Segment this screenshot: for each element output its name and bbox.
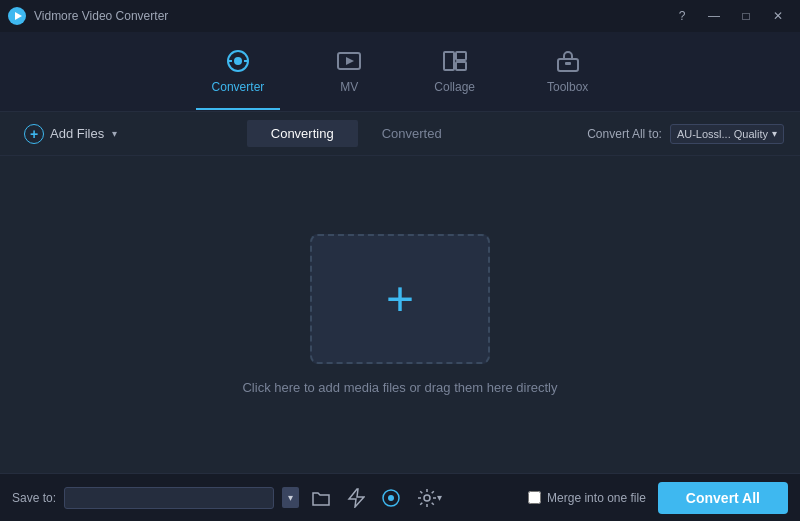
nav-tab-converter[interactable]: Converter — [196, 42, 281, 102]
sub-tab-converted[interactable]: Converted — [358, 120, 466, 147]
open-folder-button[interactable] — [307, 485, 335, 511]
add-files-button[interactable]: + Add Files ▾ — [16, 120, 125, 148]
svg-rect-11 — [565, 62, 571, 65]
bottom-right: Merge into one file Convert All — [528, 482, 788, 514]
path-dropdown-button[interactable]: ▾ — [282, 487, 299, 508]
save-to-label: Save to: — [12, 491, 56, 505]
save-path-input[interactable] — [64, 487, 274, 509]
toolbox-icon — [555, 50, 581, 76]
nav-tab-collage-label: Collage — [434, 80, 475, 94]
merge-label[interactable]: Merge into one file — [547, 491, 646, 505]
plus-icon: + — [386, 275, 414, 323]
title-bar: Vidmore Video Converter ? — □ ✕ — [0, 0, 800, 32]
format-select-button[interactable]: AU-Lossl... Quality ▾ — [670, 124, 784, 144]
drop-zone[interactable]: + — [310, 234, 490, 364]
title-bar-left: Vidmore Video Converter — [8, 7, 168, 25]
format-dropdown-arrow: ▾ — [772, 128, 777, 139]
format-value: AU-Lossl... Quality — [677, 128, 768, 140]
app-icon — [8, 7, 26, 25]
nav-tab-toolbox-label: Toolbox — [547, 80, 588, 94]
svg-point-3 — [234, 57, 242, 65]
mv-icon — [336, 50, 362, 76]
fast-convert-button[interactable] — [343, 484, 369, 512]
nav-tab-toolbox[interactable]: Toolbox — [531, 42, 604, 102]
maximize-button[interactable]: □ — [732, 6, 760, 26]
convert-all-to-label: Convert All to: — [587, 127, 662, 141]
convert-all-button[interactable]: Convert All — [658, 482, 788, 514]
merge-checkbox[interactable] — [528, 491, 541, 504]
minimize-button[interactable]: — — [700, 6, 728, 26]
collage-icon — [442, 50, 468, 76]
svg-rect-9 — [456, 62, 466, 70]
svg-point-13 — [388, 495, 394, 501]
converter-icon — [225, 50, 251, 76]
main-content: + Click here to add media files or drag … — [0, 156, 800, 473]
gpu-settings-button[interactable] — [377, 484, 405, 512]
nav-tab-mv-label: MV — [340, 80, 358, 94]
toolbar-right: Convert All to: AU-Lossl... Quality ▾ — [587, 124, 784, 144]
toolbar: + Add Files ▾ Converting Converted Conve… — [0, 112, 800, 156]
merge-checkbox-group: Merge into one file — [528, 491, 646, 505]
svg-rect-7 — [444, 52, 454, 70]
close-button[interactable]: ✕ — [764, 6, 792, 26]
title-text: Vidmore Video Converter — [34, 9, 168, 23]
bottom-bar: Save to: ▾ ▾ Merge into one file Conve — [0, 473, 800, 521]
title-bar-controls: ? — □ ✕ — [668, 6, 792, 26]
add-files-label: Add Files — [50, 126, 104, 141]
add-files-dropdown-arrow[interactable]: ▾ — [112, 128, 117, 139]
settings-button[interactable]: ▾ — [413, 484, 446, 512]
sub-tab-converting[interactable]: Converting — [247, 120, 358, 147]
nav-tab-collage[interactable]: Collage — [418, 42, 491, 102]
tab-bar: Converter MV Collage Toolb — [0, 32, 800, 112]
add-icon: + — [24, 124, 44, 144]
help-button[interactable]: ? — [668, 6, 696, 26]
nav-tab-mv[interactable]: MV — [320, 42, 378, 102]
nav-tab-converter-label: Converter — [212, 80, 265, 94]
svg-rect-8 — [456, 52, 466, 60]
svg-point-14 — [424, 495, 430, 501]
toolbar-center: Converting Converted — [125, 120, 587, 147]
drop-hint: Click here to add media files or drag th… — [242, 380, 557, 395]
